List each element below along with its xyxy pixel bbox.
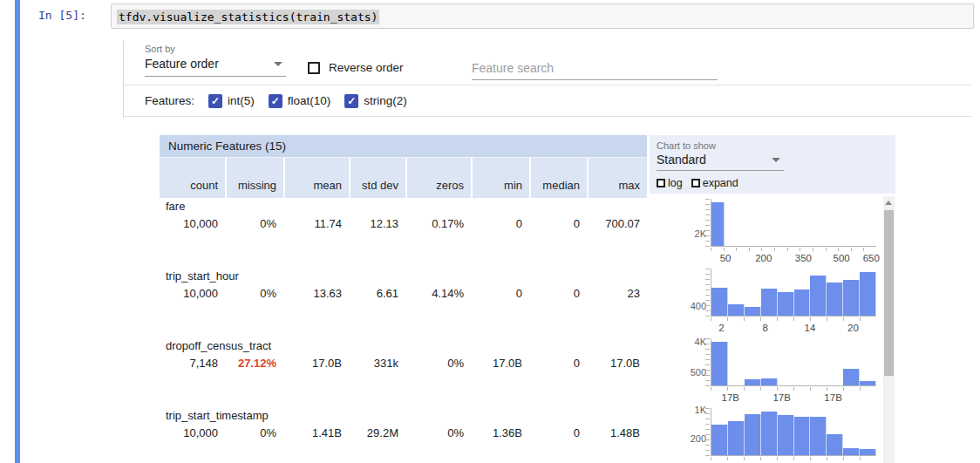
feature-stats: 7,14827.12%17.0B331k0%17.0B017.0B xyxy=(160,355,647,372)
histogram-bars xyxy=(711,408,876,455)
table-row: trip_start_timestamp10,0000%1.41B29.2M0%… xyxy=(160,407,647,463)
y-axis-label: 400 xyxy=(663,301,706,311)
feature-filter-checkbox[interactable]: ✓int(5) xyxy=(208,94,255,108)
checkbox-unchecked-icon[interactable] xyxy=(657,179,665,187)
stat-value: 0% xyxy=(225,285,283,303)
checkbox-unchecked-icon[interactable] xyxy=(308,62,320,74)
feature-filter-checkbox[interactable]: ✓string(2) xyxy=(344,94,407,108)
y-axis-ruler xyxy=(705,269,710,317)
stat-value: 1.41B xyxy=(283,425,349,442)
code-input-area[interactable]: tfdv.visualize_statistics(train_stats) xyxy=(111,3,974,29)
checkbox-checked-icon[interactable]: ✓ xyxy=(344,94,358,108)
x-axis-label: 650 xyxy=(863,253,880,263)
histogram-dropoff_census_tract: 4K50017B17B17B xyxy=(654,338,879,415)
histogram-bar xyxy=(827,434,843,455)
stat-value: 0 xyxy=(529,215,587,233)
chart-to-show-label: Chart to show xyxy=(650,135,895,151)
histogram-bar xyxy=(794,417,811,455)
stat-value: 0 xyxy=(471,215,529,233)
reverse-order-label: Reverse order xyxy=(329,61,404,74)
x-axis-ticks xyxy=(711,248,876,251)
histogram-bar xyxy=(778,415,794,455)
feature-search-placeholder: Feature search xyxy=(472,61,554,75)
stat-value: 29.2M xyxy=(349,425,405,442)
stat-value: 23 xyxy=(587,285,647,303)
histogram-bar xyxy=(728,421,745,455)
feature-search-input[interactable]: Feature search xyxy=(472,58,718,80)
chevron-down-icon xyxy=(274,62,282,66)
x-axis-label: 14 xyxy=(805,323,816,333)
histogram-bar xyxy=(761,412,778,455)
y-axis-label: 2K xyxy=(663,228,706,239)
histogram-fare: 2K50200350500650 xyxy=(654,199,879,276)
table-header: countmissingmeanstd devzerosminmedianmax xyxy=(160,158,647,198)
jupyter-notebook-cell: In [5]: tfdv.visualize_statistics(train_… xyxy=(0,0,980,463)
feature-filter-label: string(2) xyxy=(364,94,407,107)
histogram-plot xyxy=(711,338,876,386)
checkbox-unchecked-icon[interactable] xyxy=(691,179,700,187)
stat-value: 0 xyxy=(471,285,529,303)
stat-value: 700.07 xyxy=(587,215,647,233)
checkbox-checked-icon[interactable]: ✓ xyxy=(208,94,222,108)
stat-value: 17.0B xyxy=(471,355,529,372)
x-axis-label: 200 xyxy=(755,253,772,263)
column-header: missing xyxy=(225,158,283,198)
scrollbar-thumb[interactable] xyxy=(884,210,894,376)
chart-options: log expand xyxy=(657,177,895,189)
stat-value: 17.0B xyxy=(283,355,349,372)
expand-checkbox[interactable]: expand xyxy=(691,177,738,189)
stat-value: 0% xyxy=(405,425,471,442)
column-header: mean xyxy=(283,158,349,198)
stat-value: 10,000 xyxy=(160,215,225,233)
log-label: log xyxy=(668,177,683,189)
stat-value: 4.14% xyxy=(405,285,471,303)
column-header: max xyxy=(587,158,647,198)
scroll-up-icon[interactable] xyxy=(885,201,892,205)
x-axis-label: 2 xyxy=(718,323,724,333)
histogram-plot xyxy=(711,408,876,456)
reverse-order-checkbox[interactable]: Reverse order xyxy=(308,61,404,74)
checkbox-checked-icon[interactable]: ✓ xyxy=(269,94,282,108)
feature-filter-checkbox[interactable]: ✓float(10) xyxy=(269,94,331,108)
stat-value: 0% xyxy=(405,355,471,372)
feature-type-filters: ✓int(5)✓float(10)✓string(2) xyxy=(208,94,407,108)
histogram-bar xyxy=(711,342,728,385)
chevron-down-icon xyxy=(772,158,780,162)
y-axis-ruler xyxy=(705,199,710,247)
feature-filter-label: float(10) xyxy=(288,94,331,107)
stat-value: 0% xyxy=(225,425,283,442)
chart-to-show-select[interactable]: Standard xyxy=(657,153,784,171)
histogram-bar xyxy=(860,272,876,316)
histogram-bar xyxy=(860,381,876,385)
table-body: fare10,0000%11.7412.130.17%00700.07trip_… xyxy=(160,198,647,463)
histogram-bar xyxy=(728,304,745,316)
column-header: zeros xyxy=(405,158,471,198)
histogram-bar xyxy=(761,378,778,385)
vertical-scrollbar[interactable] xyxy=(883,196,895,463)
histogram-bar xyxy=(745,307,761,316)
log-checkbox[interactable]: log xyxy=(657,177,683,189)
stat-value: 0% xyxy=(225,215,283,233)
histogram-bars xyxy=(711,338,876,385)
feature-stats: 10,0000%13.636.614.14%0023 xyxy=(160,285,647,303)
x-axis-label: 350 xyxy=(795,253,812,263)
stat-value: 1.48B xyxy=(587,425,647,442)
histogram-bar xyxy=(761,289,778,316)
x-axis-label: 17B xyxy=(772,392,790,403)
tfdv-controls: Sort by Feature order Reverse order Feat… xyxy=(123,40,971,118)
column-header: count xyxy=(160,158,225,198)
histogram-trip_start_timestamp: 1K200 xyxy=(654,408,879,463)
code-text[interactable]: tfdv.visualize_statistics(train_stats) xyxy=(117,10,379,24)
x-axis-label: 8 xyxy=(762,323,767,333)
y-axis-ruler xyxy=(705,338,710,386)
histogram-bar xyxy=(827,283,843,316)
x-axis-label: 20 xyxy=(847,323,859,333)
x-axis-ticks xyxy=(711,457,876,460)
features-label: Features: xyxy=(145,94,194,107)
histogram-bar xyxy=(745,379,761,385)
feature-stats: 10,0000%1.41B29.2M0%1.36B01.48B xyxy=(160,425,647,442)
stat-value: 12.13 xyxy=(349,215,405,233)
sort-by-select[interactable]: Feature order xyxy=(145,57,286,77)
histogram-bar xyxy=(843,280,860,316)
histogram-bar xyxy=(843,369,860,385)
